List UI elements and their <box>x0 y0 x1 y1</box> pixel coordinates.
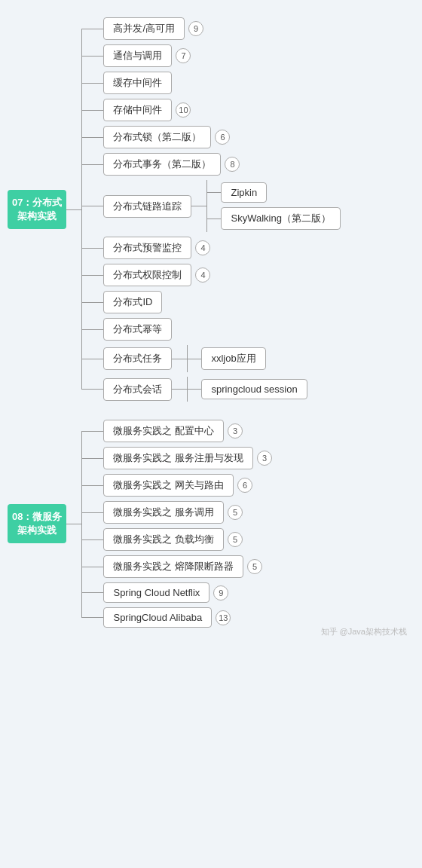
branch-row: 分布式会话 springcloud session <box>82 374 340 404</box>
badge-分布式事务: 8 <box>225 157 240 172</box>
hline <box>82 592 103 593</box>
hline <box>82 512 103 513</box>
node-zipkin: Zipkin <box>221 182 267 203</box>
sub-vline-wrapper: xxljob应用 <box>187 345 265 372</box>
hline <box>82 359 103 359</box>
hline <box>172 389 187 390</box>
hline <box>82 164 103 165</box>
node-配置中心: 微服务实践之 配置中心 <box>103 420 224 442</box>
hline <box>82 110 103 111</box>
sub-connector-任务: xxljob应用 <box>172 345 265 372</box>
node-预警监控: 分布式预警监控 <box>103 237 191 259</box>
badge-熔断: 5 <box>247 559 262 574</box>
hline <box>207 192 221 193</box>
branch-row: 分布式预警监控 4 <box>82 234 340 261</box>
branch-row: SkyWalking（第二版） <box>207 205 340 232</box>
node-服务注册: 微服务实践之 服务注册与发现 <box>103 447 253 469</box>
hline <box>82 431 103 432</box>
node-缓存: 缓存中间件 <box>103 72 172 94</box>
branch-row: Zipkin <box>207 180 340 205</box>
branches-07: 高并发/高可用 9 通信与调用 7 缓存中间件 存储中间件 <box>81 15 340 404</box>
branch-row: 分布式任务 xxljob应用 <box>82 343 340 374</box>
node-会话: 分布式会话 <box>103 378 172 401</box>
hline <box>82 617 103 618</box>
node-skywalking: SkyWalking（第二版） <box>221 207 340 230</box>
sub-vline-wrapper: Zipkin SkyWalking（第二版） <box>206 180 340 232</box>
node-服务调用: 微服务实践之 服务调用 <box>103 501 224 524</box>
hline <box>172 359 187 359</box>
branches-08: 微服务实践之 配置中心 3 微服务实践之 服务注册与发现 3 微服务实践之 网关… <box>81 417 272 630</box>
node-springcloud-session: springcloud session <box>201 379 307 399</box>
hline <box>82 539 103 540</box>
node-分布式id: 分布式ID <box>103 291 162 313</box>
branch-row: 微服务实践之 网关与路由 6 <box>82 472 272 499</box>
node-负载均衡: 微服务实践之 负载均衡 <box>103 528 224 551</box>
hline <box>188 389 201 390</box>
sub-vline-wrapper: springcloud session <box>187 377 307 402</box>
node-分布式锁: 分布式锁（第二版） <box>103 126 211 148</box>
node-熔断: 微服务实践之 熔降限断路器 <box>103 555 243 578</box>
root-hline-07 <box>66 209 81 210</box>
badge-负载均衡: 5 <box>228 532 243 547</box>
sub-branch-list: springcloud session <box>188 377 307 402</box>
badge-存储: 10 <box>176 102 191 118</box>
badge-高并发: 9 <box>188 21 203 36</box>
badge-权限控制: 4 <box>195 267 210 283</box>
node-xxljob: xxljob应用 <box>201 347 265 370</box>
hline <box>207 219 221 219</box>
hline <box>82 248 103 249</box>
badge-springcloud-alibaba: 13 <box>216 610 231 625</box>
badge-预警监控: 4 <box>195 240 210 255</box>
badge-分布式锁: 6 <box>215 130 230 145</box>
hline <box>82 56 103 57</box>
branch-row: 存储中间件 10 <box>82 96 340 124</box>
node-链路追踪: 分布式链路追踪 <box>103 195 191 218</box>
branch-row: 通信与调用 7 <box>82 42 340 69</box>
hline <box>82 485 103 486</box>
sub-connector-链路追踪: Zipkin SkyWalking（第二版） <box>191 180 340 232</box>
section-07: 07：分布式架构实践 高并发/高可用 9 通信与调用 7 <box>8 15 414 404</box>
sub-connector-会话: springcloud session <box>172 377 307 402</box>
branch-row: 分布式幂等 <box>82 316 340 343</box>
badge-服务调用: 5 <box>228 505 243 520</box>
section-08: 08：微服务架构实践 微服务实践之 配置中心 3 微服务实践之 服务注册与发现 … <box>8 417 414 630</box>
hline <box>82 83 103 84</box>
node-spring-cloud-netflix: Spring Cloud Netflix <box>103 582 209 603</box>
hline <box>82 206 103 206</box>
hline <box>82 329 103 330</box>
node-权限控制: 分布式权限控制 <box>103 264 191 286</box>
branch-rows-07: 高并发/高可用 9 通信与调用 7 缓存中间件 存储中间件 <box>82 15 340 404</box>
hline <box>82 458 103 459</box>
branch-row: 分布式权限控制 4 <box>82 261 340 289</box>
branch-row: 微服务实践之 配置中心 3 <box>82 417 272 445</box>
branch-row: 微服务实践之 服务调用 5 <box>82 499 272 526</box>
branch-row: 分布式锁（第二版） 6 <box>82 124 340 151</box>
hline <box>82 29 103 29</box>
branch-row: 分布式链路追踪 Zipkin <box>82 178 340 234</box>
root-node-07: 07：分布式架构实践 <box>8 190 66 229</box>
node-任务: 分布式任务 <box>103 347 172 370</box>
badge-spring-cloud-netflix: 9 <box>213 585 228 601</box>
hline <box>191 206 206 206</box>
node-通信: 通信与调用 <box>103 44 172 67</box>
hline <box>82 302 103 303</box>
badge-通信: 7 <box>176 48 191 63</box>
hline <box>188 359 201 359</box>
branch-row: 微服务实践之 负载均衡 5 <box>82 526 272 553</box>
branch-row: 微服务实践之 服务注册与发现 3 <box>82 445 272 472</box>
sub-branch-list: xxljob应用 <box>188 345 265 372</box>
branch-row: 分布式ID <box>82 289 340 316</box>
branch-row: 缓存中间件 <box>82 69 340 96</box>
watermark: 知乎 @Java架构技术栈 <box>321 626 407 637</box>
branch-rows-08: 微服务实践之 配置中心 3 微服务实践之 服务注册与发现 3 微服务实践之 网关… <box>82 417 272 630</box>
branch-row: springcloud session <box>188 377 307 402</box>
diagram: 07：分布式架构实践 高并发/高可用 9 通信与调用 7 <box>0 0 422 660</box>
root-node-08: 08：微服务架构实践 <box>8 504 66 543</box>
node-存储: 存储中间件 <box>103 99 172 121</box>
branch-row: 高并发/高可用 9 <box>82 15 340 42</box>
hline <box>82 275 103 276</box>
hline <box>82 137 103 138</box>
hline <box>82 389 103 390</box>
badge-配置中心: 3 <box>228 423 243 439</box>
node-网关: 微服务实践之 网关与路由 <box>103 474 234 497</box>
